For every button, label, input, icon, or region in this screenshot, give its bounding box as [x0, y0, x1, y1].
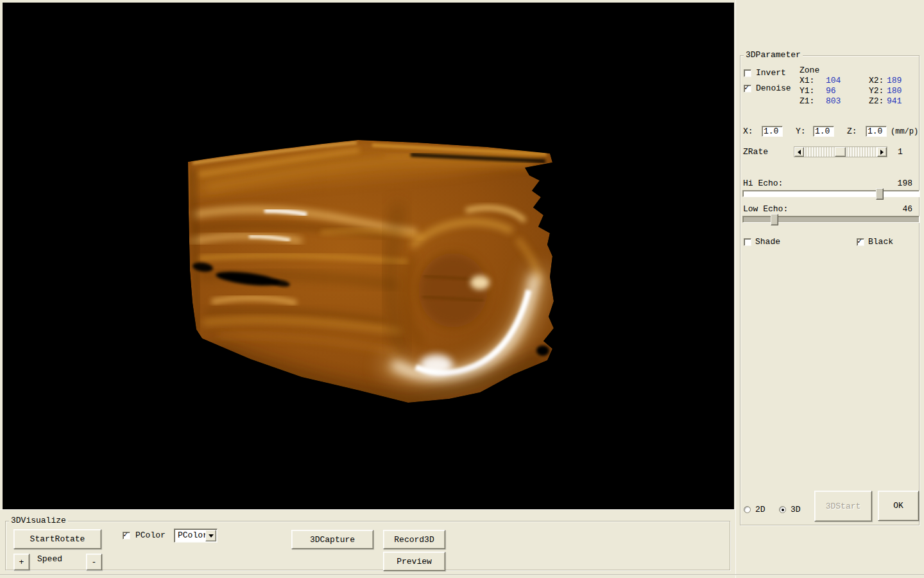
low-echo-thumb[interactable] [771, 214, 778, 225]
hi-echo-label: Hi Echo: [743, 179, 783, 188]
pcolor-checkbox[interactable]: ✓ [123, 532, 130, 539]
zrate-scrollbar[interactable] [794, 146, 887, 157]
zone-y1-value: 96 [826, 87, 836, 96]
left-arrow-icon [795, 150, 801, 155]
pcolor-dropdown-value: PColor [178, 531, 208, 540]
x-scale-input[interactable] [762, 126, 783, 137]
zone-z1-value: 803 [826, 97, 841, 106]
zone-x2-label: X2: [869, 76, 884, 85]
zone-x2-value: 189 [887, 76, 902, 85]
ultrasound-volume-render [3, 3, 734, 509]
denoise-checkbox[interactable]: ✓ [744, 85, 751, 92]
hi-echo-slider[interactable] [742, 190, 920, 197]
zone-z1-label: Z1: [800, 97, 814, 106]
speed-plus-button[interactable]: + [13, 554, 30, 570]
zone-y1-label: Y1: [800, 87, 814, 96]
zone-y2-label: Y2: [869, 87, 884, 96]
low-echo-slider[interactable] [742, 216, 920, 223]
zone-y2-value: 180 [887, 87, 902, 96]
3dcapture-button[interactable]: 3DCapture [291, 530, 373, 549]
3dstart-button[interactable]: 3DStart [814, 491, 872, 521]
zone-title: Zone [800, 66, 819, 75]
ok-button[interactable]: OK [878, 491, 919, 521]
denoise-label: Denoise [756, 84, 791, 93]
black-checkbox[interactable]: ✓ [857, 238, 864, 246]
speed-minus-button[interactable]: - [86, 554, 102, 570]
pcolor-dropdown-arrow[interactable] [205, 530, 216, 541]
z-scale-input[interactable] [866, 126, 887, 137]
visualize-groupbox: 3DVisualize StartRotate ✓ PColor PColor … [5, 521, 730, 570]
zone-x1-value: 104 [826, 76, 841, 85]
record3d-button[interactable]: Record3D [383, 530, 445, 549]
start-rotate-button[interactable]: StartRotate [13, 529, 101, 549]
parameter-group-title: 3DParameter [744, 51, 803, 60]
mode-3d-label: 3D [791, 505, 801, 514]
y-scale-label: Y: [796, 127, 806, 136]
zrate-right-arrow[interactable] [877, 147, 887, 157]
preview-button[interactable]: Preview [383, 552, 445, 571]
visualize-panel: 3DVisualize StartRotate ✓ PColor PColor … [0, 509, 735, 578]
mode-3d-radio[interactable] [779, 506, 786, 513]
parameter-groupbox: 3DParameter ✓ Invert ✓ Denoise Zone X1: … [740, 55, 920, 525]
zrate-left-arrow[interactable] [794, 147, 804, 157]
shade-label: Shade [755, 238, 780, 247]
zrate-value: 1 [898, 148, 903, 157]
scale-unit-label: (mm/p) [891, 127, 918, 136]
parameter-panel: 3DParameter ✓ Invert ✓ Denoise Zone X1: … [735, 0, 924, 578]
chevron-down-icon [209, 534, 214, 540]
pcolor-dropdown[interactable]: PColor [174, 529, 218, 543]
speed-label: Speed [37, 555, 62, 564]
invert-label: Invert [756, 69, 786, 78]
zone-z2-value: 941 [887, 97, 902, 106]
right-arrow-icon [880, 150, 886, 155]
visualize-group-title: 3DVisualize [9, 516, 68, 525]
bottom-divider [0, 574, 924, 575]
hi-echo-thumb[interactable] [876, 188, 884, 200]
zone-x1-label: X1: [800, 76, 814, 85]
z-scale-label: Z: [847, 127, 857, 136]
mode-2d-radio[interactable] [744, 506, 751, 513]
y-scale-input[interactable] [813, 126, 834, 137]
render-canvas[interactable] [3, 3, 734, 509]
zrate-thumb[interactable] [835, 147, 846, 157]
pcolor-label: PColor [135, 531, 166, 540]
zone-z2-label: Z2: [869, 97, 884, 106]
zrate-label: ZRate [743, 148, 768, 157]
low-echo-value: 46 [902, 205, 912, 214]
shade-checkbox[interactable]: ✓ [744, 238, 751, 246]
hi-echo-value: 198 [898, 179, 912, 188]
x-scale-label: X: [743, 127, 753, 136]
black-label: Black [868, 238, 893, 247]
mode-2d-label: 2D [755, 505, 766, 514]
invert-checkbox[interactable]: ✓ [744, 69, 751, 77]
low-echo-label: Low Echo: [743, 205, 788, 214]
